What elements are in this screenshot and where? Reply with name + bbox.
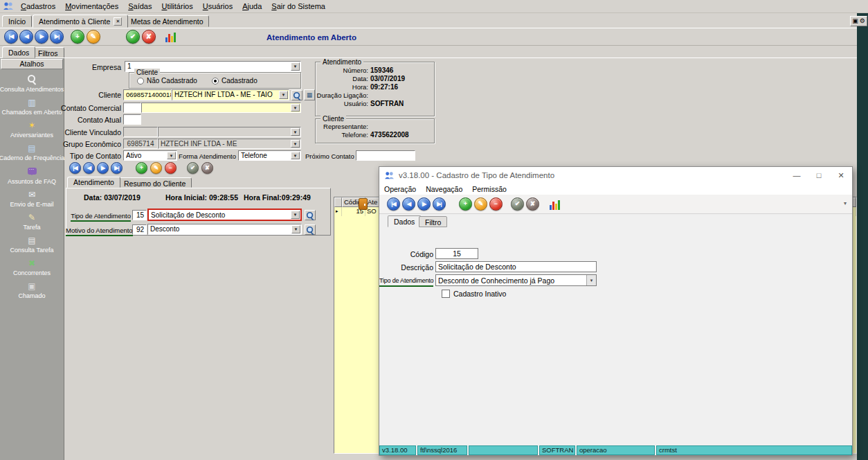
sidebar-item-tarefa[interactable]: ✎ Tarefa bbox=[0, 213, 64, 231]
sidebar-item-consulta-tarefa[interactable]: ▤ Consulta Tarefa bbox=[0, 236, 64, 254]
chevron-down-icon[interactable]: ▼ bbox=[291, 211, 300, 219]
tab-metas-atendimento[interactable]: Metas de Atendimento bbox=[125, 15, 209, 27]
menu-item-saidas[interactable]: Saídas bbox=[123, 1, 156, 12]
atend-last-button[interactable]: ▶| bbox=[111, 162, 123, 174]
dlg-previous-button[interactable]: ◀ bbox=[402, 197, 415, 211]
sidebar-item-caderno-frequencia[interactable]: ▤ Caderno de Frequência bbox=[0, 143, 64, 161]
menu-item-navegacao[interactable]: Navegação bbox=[421, 185, 467, 193]
cliente-search-button[interactable] bbox=[291, 90, 302, 100]
sidebar-item-aniversariantes[interactable]: ✶ Aniversariantes bbox=[0, 121, 64, 139]
tab-atendimento-cliente[interactable]: Atendimento à Cliente ✕ bbox=[33, 15, 128, 28]
chart-icon[interactable] bbox=[165, 32, 176, 42]
dlg-cancel-button[interactable]: ✘ bbox=[526, 197, 539, 211]
cliente-list-button[interactable]: ▦ bbox=[304, 89, 315, 100]
first-record-button[interactable]: |◀ bbox=[4, 30, 18, 44]
tab-resumo-cliente[interactable]: Resumo do Cliente bbox=[118, 177, 192, 188]
menu-item-movimentacoes[interactable]: Movimentações bbox=[60, 1, 123, 12]
atend-first-button[interactable]: |◀ bbox=[69, 162, 81, 174]
atend-next-button[interactable]: ▶ bbox=[97, 162, 109, 174]
atend-cancel-button[interactable]: ✘ bbox=[201, 162, 213, 174]
dlg-first-button[interactable]: |◀ bbox=[387, 197, 400, 211]
contato-atual-field[interactable] bbox=[123, 114, 141, 125]
previous-record-button[interactable]: ◀ bbox=[19, 30, 33, 44]
sidebar-item-chamado[interactable]: ▣ Chamado bbox=[0, 281, 64, 299]
dlg-remove-button[interactable]: − bbox=[489, 197, 503, 211]
sidebar-item-concorrentes[interactable]: ✖ Concorrentes bbox=[0, 258, 64, 276]
tools-icon[interactable]: ⚙ bbox=[860, 18, 865, 24]
hora-row: Hora:09:27:16 bbox=[316, 83, 434, 91]
contato-comercial-combo[interactable]: ▼ bbox=[141, 103, 301, 113]
sidebar-header[interactable]: Atalhos bbox=[1, 59, 63, 69]
dlg-cadastro-inativo-checkbox[interactable]: Cadastro Inativo bbox=[442, 290, 506, 298]
radio-nao-cadastrado[interactable]: Não Cadastrado bbox=[137, 77, 197, 85]
atend-confirm-button[interactable]: ✔ bbox=[187, 162, 199, 174]
dialog-tab-dados[interactable]: Dados bbox=[388, 215, 421, 227]
atend-add-button[interactable]: + bbox=[136, 162, 147, 174]
dlg-tipo-atendimento-combo[interactable]: Desconto de Conhecimento já Pago ▼ bbox=[435, 274, 597, 286]
menu-item-operacao[interactable]: Operação bbox=[379, 185, 421, 193]
proximo-contato-field[interactable] bbox=[356, 150, 415, 161]
grupo-economico-combo: HZTECH INF LTDA - ME ▼ bbox=[158, 139, 301, 149]
menu-item-ajuda[interactable]: Ajuda bbox=[237, 1, 266, 12]
chevron-down-icon[interactable]: ▼ bbox=[291, 225, 300, 233]
menu-item-permissao[interactable]: Permissão bbox=[467, 185, 512, 193]
menu-item-sair[interactable]: Sair do Sistema bbox=[266, 1, 330, 12]
confirm-button[interactable]: ✔ bbox=[126, 30, 140, 44]
tipo-atendimento-search-button[interactable] bbox=[305, 210, 316, 220]
dlg-next-button[interactable]: ▶ bbox=[417, 197, 431, 211]
chart-icon[interactable] bbox=[550, 200, 560, 210]
dlg-last-button[interactable]: ▶| bbox=[433, 197, 446, 211]
attendance-book-icon: ▤ bbox=[28, 143, 35, 153]
subtab-dados[interactable]: Dados bbox=[2, 46, 35, 58]
cliente-name-combo[interactable]: HZTECH INF LTDA - ME - TAIO ▼ bbox=[172, 89, 289, 100]
radio-cadastrado[interactable]: Cadastrado bbox=[212, 77, 257, 85]
maximize-icon[interactable]: □ bbox=[808, 167, 830, 184]
add-button[interactable]: + bbox=[71, 30, 84, 44]
chevron-down-icon[interactable]: ▼ bbox=[279, 91, 288, 99]
chevron-down-icon[interactable]: ▼ bbox=[586, 275, 596, 285]
chevron-down-icon[interactable]: ▼ bbox=[167, 152, 176, 159]
atend-previous-button[interactable]: ◀ bbox=[83, 162, 95, 174]
chevron-down-icon[interactable]: ▼ bbox=[291, 152, 300, 159]
edit-button[interactable]: ✎ bbox=[87, 30, 100, 44]
tipo-atendimento-code-field[interactable]: 15 bbox=[132, 210, 147, 220]
menu-item-cadastros[interactable]: Cadastros bbox=[16, 1, 60, 12]
tipo-atendimento-combo[interactable]: Solicitação de Desconto ▼ bbox=[147, 209, 302, 221]
dialog-titlebar[interactable]: v3.18.00 - Cadastro de Tipo de Atendimen… bbox=[379, 167, 852, 184]
chevron-down-icon[interactable]: ▾ bbox=[844, 200, 847, 206]
window-icon[interactable]: ▣ bbox=[852, 18, 858, 24]
dlg-codigo-field[interactable]: 15 bbox=[435, 248, 478, 259]
minimize-icon[interactable]: — bbox=[786, 167, 808, 184]
atend-edit-button[interactable]: ✎ bbox=[150, 162, 162, 174]
tab-inicio[interactable]: Início bbox=[2, 15, 32, 27]
motivo-atendimento-search-button[interactable] bbox=[305, 224, 316, 235]
exit-icon[interactable] bbox=[359, 198, 368, 210]
close-icon[interactable]: ✕ bbox=[830, 167, 852, 184]
dlg-edit-button[interactable]: ✎ bbox=[474, 197, 487, 211]
dlg-add-button[interactable]: + bbox=[459, 197, 472, 211]
menu-item-usuarios[interactable]: Usuários bbox=[198, 1, 237, 12]
motivo-atendimento-code-field[interactable]: 92 bbox=[132, 224, 147, 235]
chevron-down-icon[interactable]: ▼ bbox=[291, 104, 300, 112]
menu-item-utilitarios[interactable]: Utilitários bbox=[156, 1, 197, 12]
dlg-descricao-field[interactable]: Solicitação de Desconto bbox=[435, 261, 597, 272]
tipo-contato-combo[interactable]: Ativo ▼ bbox=[123, 150, 177, 161]
atend-remove-button[interactable]: − bbox=[165, 162, 177, 174]
sidebar-item-consulta-atendimentos[interactable]: Consulta Atendimentos bbox=[0, 75, 64, 93]
chevron-down-icon[interactable]: ▼ bbox=[291, 62, 300, 71]
dialog-tab-filtro[interactable]: Filtro bbox=[419, 216, 447, 227]
close-tab-icon[interactable]: ✕ bbox=[114, 17, 122, 26]
tab-atendimento[interactable]: Atendimento bbox=[67, 177, 120, 188]
dlg-confirm-button[interactable]: ✔ bbox=[511, 197, 524, 211]
checkbox-icon bbox=[442, 290, 450, 298]
last-record-button[interactable]: ▶| bbox=[50, 30, 64, 44]
contato-comercial-code-field[interactable] bbox=[123, 103, 141, 113]
sidebar-item-envio-email[interactable]: ✉ Envio de E-mail bbox=[0, 190, 64, 208]
next-record-button[interactable]: ▶ bbox=[35, 30, 48, 44]
forma-atendimento-combo[interactable]: Telefone ▼ bbox=[238, 150, 301, 161]
motivo-atendimento-combo[interactable]: Desconto ▼ bbox=[147, 224, 302, 235]
sidebar-item-assuntos-faq[interactable]: Assuntos de FAQ bbox=[0, 166, 64, 185]
statusbar-company: SOFTRAN bbox=[539, 445, 575, 455]
cliente-code-field[interactable]: 06985714000182 bbox=[123, 89, 172, 100]
cancel-button[interactable]: ✘ bbox=[142, 30, 156, 44]
